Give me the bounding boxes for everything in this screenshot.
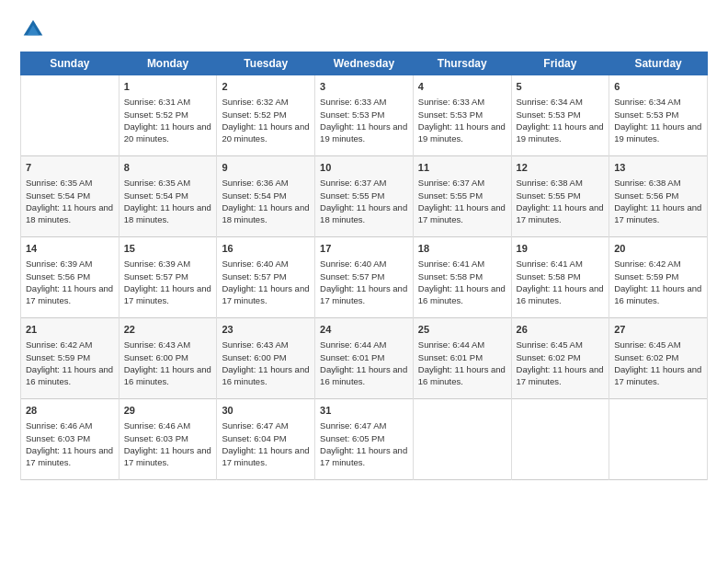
day-number: 15 (124, 242, 212, 256)
calendar-cell: 12Sunrise: 6:38 AMSunset: 5:55 PMDayligh… (511, 156, 609, 237)
day-number: 26 (517, 323, 605, 337)
day-info: Sunrise: 6:32 AMSunset: 5:52 PMDaylight:… (222, 96, 310, 144)
calendar-cell (609, 399, 708, 480)
weekday-header-saturday: Saturday (609, 52, 708, 75)
day-number: 7 (26, 161, 114, 175)
day-info: Sunrise: 6:40 AMSunset: 5:57 PMDaylight:… (222, 258, 310, 306)
day-info: Sunrise: 6:34 AMSunset: 5:53 PMDaylight:… (614, 96, 702, 144)
day-info: Sunrise: 6:31 AMSunset: 5:52 PMDaylight:… (124, 96, 212, 144)
day-number: 30 (222, 404, 310, 418)
day-info: Sunrise: 6:44 AMSunset: 6:01 PMDaylight:… (320, 339, 408, 387)
day-info: Sunrise: 6:36 AMSunset: 5:54 PMDaylight:… (222, 177, 310, 225)
day-number: 31 (320, 404, 408, 418)
calendar-cell (511, 399, 609, 480)
calendar-cell: 21Sunrise: 6:42 AMSunset: 5:59 PMDayligh… (21, 318, 119, 399)
page: SundayMondayTuesdayWednesdayThursdayFrid… (0, 0, 728, 563)
day-number: 5 (517, 80, 605, 94)
day-number: 22 (124, 323, 212, 337)
weekday-header-monday: Monday (119, 52, 217, 75)
day-number: 8 (124, 161, 212, 175)
calendar-cell: 29Sunrise: 6:46 AMSunset: 6:03 PMDayligh… (119, 399, 217, 480)
day-number: 29 (124, 404, 212, 418)
day-number: 24 (320, 323, 408, 337)
day-number: 25 (418, 323, 506, 337)
calendar-cell: 4Sunrise: 6:33 AMSunset: 5:53 PMDaylight… (413, 75, 511, 156)
calendar-cell: 19Sunrise: 6:41 AMSunset: 5:58 PMDayligh… (511, 237, 609, 318)
calendar-cell: 7Sunrise: 6:35 AMSunset: 5:54 PMDaylight… (21, 156, 119, 237)
calendar-cell: 30Sunrise: 6:47 AMSunset: 6:04 PMDayligh… (217, 399, 315, 480)
calendar-cell: 17Sunrise: 6:40 AMSunset: 5:57 PMDayligh… (315, 237, 414, 318)
day-info: Sunrise: 6:45 AMSunset: 6:02 PMDaylight:… (517, 339, 605, 387)
weekday-header-wednesday: Wednesday (315, 52, 414, 75)
day-number: 14 (26, 242, 114, 256)
calendar-cell: 14Sunrise: 6:39 AMSunset: 5:56 PMDayligh… (21, 237, 119, 318)
day-number: 17 (320, 242, 408, 256)
calendar-cell: 22Sunrise: 6:43 AMSunset: 6:00 PMDayligh… (119, 318, 217, 399)
day-number: 4 (418, 80, 506, 94)
calendar-cell: 24Sunrise: 6:44 AMSunset: 6:01 PMDayligh… (315, 318, 414, 399)
calendar-cell: 8Sunrise: 6:35 AMSunset: 5:54 PMDaylight… (119, 156, 217, 237)
weekday-header-tuesday: Tuesday (217, 52, 315, 75)
day-number: 3 (320, 80, 408, 94)
calendar-cell: 5Sunrise: 6:34 AMSunset: 5:53 PMDaylight… (511, 75, 609, 156)
day-number: 9 (222, 161, 310, 175)
day-number: 11 (418, 161, 506, 175)
weekday-header-thursday: Thursday (413, 52, 511, 75)
day-info: Sunrise: 6:38 AMSunset: 5:55 PMDaylight:… (517, 177, 605, 225)
day-info: Sunrise: 6:47 AMSunset: 6:04 PMDaylight:… (222, 419, 310, 468)
calendar-week-2: 7Sunrise: 6:35 AMSunset: 5:54 PMDaylight… (21, 156, 708, 237)
day-info: Sunrise: 6:43 AMSunset: 6:00 PMDaylight:… (124, 339, 212, 387)
day-number: 27 (614, 323, 702, 337)
day-info: Sunrise: 6:37 AMSunset: 5:55 PMDaylight:… (320, 177, 408, 225)
day-info: Sunrise: 6:47 AMSunset: 6:05 PMDaylight:… (320, 419, 408, 468)
weekday-header-row: SundayMondayTuesdayWednesdayThursdayFrid… (21, 52, 708, 75)
calendar-cell: 6Sunrise: 6:34 AMSunset: 5:53 PMDaylight… (609, 75, 708, 156)
calendar-cell (413, 399, 511, 480)
day-info: Sunrise: 6:35 AMSunset: 5:54 PMDaylight:… (124, 177, 212, 225)
weekday-header-friday: Friday (511, 52, 609, 75)
calendar-table: SundayMondayTuesdayWednesdayThursdayFrid… (20, 52, 708, 480)
day-number: 10 (320, 161, 408, 175)
day-info: Sunrise: 6:40 AMSunset: 5:57 PMDaylight:… (320, 258, 408, 306)
day-info: Sunrise: 6:38 AMSunset: 5:56 PMDaylight:… (614, 177, 702, 225)
calendar-cell: 31Sunrise: 6:47 AMSunset: 6:05 PMDayligh… (315, 399, 414, 480)
calendar-cell: 28Sunrise: 6:46 AMSunset: 6:03 PMDayligh… (21, 399, 119, 480)
day-info: Sunrise: 6:43 AMSunset: 6:00 PMDaylight:… (222, 339, 310, 387)
day-info: Sunrise: 6:42 AMSunset: 5:59 PMDaylight:… (26, 339, 114, 387)
day-info: Sunrise: 6:44 AMSunset: 6:01 PMDaylight:… (418, 339, 506, 387)
calendar-cell: 16Sunrise: 6:40 AMSunset: 5:57 PMDayligh… (217, 237, 315, 318)
day-number: 13 (614, 161, 702, 175)
day-number: 6 (614, 80, 702, 94)
day-info: Sunrise: 6:33 AMSunset: 5:53 PMDaylight:… (320, 96, 408, 144)
calendar-cell: 2Sunrise: 6:32 AMSunset: 5:52 PMDaylight… (217, 75, 315, 156)
calendar-cell (21, 75, 119, 156)
day-info: Sunrise: 6:33 AMSunset: 5:53 PMDaylight:… (418, 96, 506, 144)
logo (20, 17, 50, 42)
day-info: Sunrise: 6:34 AMSunset: 5:53 PMDaylight:… (517, 96, 605, 144)
calendar-cell: 3Sunrise: 6:33 AMSunset: 5:53 PMDaylight… (315, 75, 414, 156)
day-info: Sunrise: 6:35 AMSunset: 5:54 PMDaylight:… (26, 177, 114, 225)
calendar-cell: 10Sunrise: 6:37 AMSunset: 5:55 PMDayligh… (315, 156, 414, 237)
calendar-week-1: 1Sunrise: 6:31 AMSunset: 5:52 PMDaylight… (21, 75, 708, 156)
day-number: 23 (222, 323, 310, 337)
day-number: 20 (614, 242, 702, 256)
day-info: Sunrise: 6:41 AMSunset: 5:58 PMDaylight:… (418, 258, 506, 306)
day-number: 19 (517, 242, 605, 256)
day-info: Sunrise: 6:39 AMSunset: 5:56 PMDaylight:… (26, 258, 114, 306)
day-info: Sunrise: 6:46 AMSunset: 6:03 PMDaylight:… (26, 419, 114, 468)
calendar-cell: 9Sunrise: 6:36 AMSunset: 5:54 PMDaylight… (217, 156, 315, 237)
day-number: 2 (222, 80, 310, 94)
day-number: 21 (26, 323, 114, 337)
day-info: Sunrise: 6:41 AMSunset: 5:58 PMDaylight:… (517, 258, 605, 306)
calendar-cell: 11Sunrise: 6:37 AMSunset: 5:55 PMDayligh… (413, 156, 511, 237)
day-info: Sunrise: 6:46 AMSunset: 6:03 PMDaylight:… (124, 419, 212, 468)
day-number: 1 (124, 80, 212, 94)
calendar-week-5: 28Sunrise: 6:46 AMSunset: 6:03 PMDayligh… (21, 399, 708, 480)
calendar-cell: 23Sunrise: 6:43 AMSunset: 6:00 PMDayligh… (217, 318, 315, 399)
calendar-cell: 25Sunrise: 6:44 AMSunset: 6:01 PMDayligh… (413, 318, 511, 399)
logo-icon (20, 17, 46, 42)
calendar-cell: 26Sunrise: 6:45 AMSunset: 6:02 PMDayligh… (511, 318, 609, 399)
calendar-cell: 1Sunrise: 6:31 AMSunset: 5:52 PMDaylight… (119, 75, 217, 156)
header (20, 17, 708, 42)
day-number: 18 (418, 242, 506, 256)
